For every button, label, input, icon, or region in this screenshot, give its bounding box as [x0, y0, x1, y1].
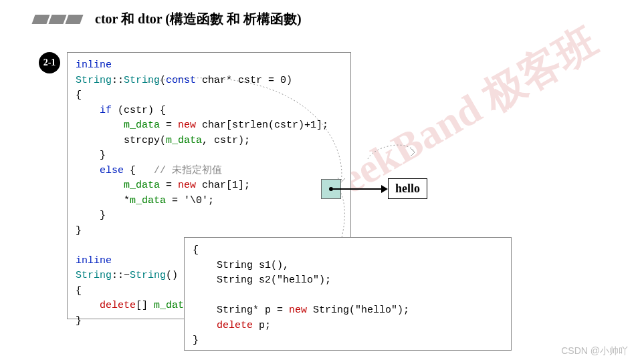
tok: {: [193, 244, 199, 256]
slide-header: ctor 和 dtor (構造函數 和 析構函數): [0, 0, 640, 28]
tok: [193, 320, 217, 331]
tok: char[1];: [196, 180, 250, 191]
kw-if: if: [76, 105, 112, 116]
tok: {: [124, 165, 154, 176]
tok: {: [76, 89, 82, 101]
tok: , cstr);: [202, 135, 250, 146]
slide-number-badge: 2-1: [39, 52, 60, 73]
tok: (): [166, 270, 178, 281]
tok: (: [160, 75, 166, 86]
tok: }: [76, 210, 106, 221]
tok: []: [136, 300, 154, 311]
tok-mdata: m_data: [124, 120, 160, 131]
tok-class: String: [76, 75, 112, 86]
tok: );: [397, 305, 409, 316]
kw-new: new: [178, 120, 196, 131]
code-block-usage: { String s1(), String s2("hello"); Strin…: [184, 237, 512, 351]
tok: ::~: [112, 270, 130, 281]
tok: [76, 120, 124, 131]
hello-label: hello: [388, 178, 427, 199]
kw-new: new: [178, 180, 196, 191]
tok: (cstr) {: [112, 105, 166, 116]
tok: strcpy(: [76, 135, 166, 146]
slide-title: ctor 和 dtor (構造函數 和 析構函數): [95, 10, 302, 28]
tok: char* cstr = 0): [196, 75, 292, 86]
tok: p;: [253, 320, 271, 331]
tok: ::: [112, 75, 124, 86]
tok: }: [193, 335, 199, 346]
tok: String s2(: [193, 275, 277, 286]
tok: char[strlen(cstr)+1];: [196, 120, 328, 131]
tok: }: [76, 150, 106, 161]
tok: String* p =: [193, 305, 289, 316]
tok-mdata: m_data: [166, 135, 202, 146]
tok: }: [76, 225, 82, 236]
arrow-head-icon: [381, 185, 388, 193]
tok: *: [76, 195, 130, 206]
tok-mdata: m_data: [130, 195, 166, 206]
tok: }: [76, 315, 82, 327]
tok-str: "hello": [355, 305, 397, 316]
arrow-line-icon: [333, 188, 385, 190]
kw-else: else: [76, 165, 124, 176]
watermark-footer: CSDN @小帅吖: [561, 345, 628, 357]
kw-delete: delete: [100, 300, 136, 311]
tok: String s1(): [193, 260, 283, 271]
comment: // 未指定初值: [154, 165, 222, 176]
tok-str: "hello": [277, 275, 319, 286]
kw-new: new: [289, 305, 307, 316]
tok-dtor: String: [130, 270, 166, 281]
tok-mdata: m_data: [124, 180, 160, 191]
tok: [76, 300, 100, 311]
tok: = '\0';: [166, 195, 214, 206]
header-stripes-icon: [33, 15, 82, 24]
tok: ,: [283, 260, 289, 271]
tok-class: String: [76, 270, 112, 281]
tok: );: [319, 275, 331, 286]
tok: String(: [307, 305, 355, 316]
kw-const: const: [166, 75, 196, 86]
tok: {: [76, 285, 82, 297]
tok: =: [160, 180, 178, 191]
tok-ctor: String: [124, 75, 160, 86]
tok: =: [160, 120, 178, 131]
tok: [76, 180, 124, 191]
kw-inline: inline: [76, 255, 112, 266]
kw-delete: delete: [217, 320, 253, 331]
kw-inline: inline: [76, 59, 112, 71]
